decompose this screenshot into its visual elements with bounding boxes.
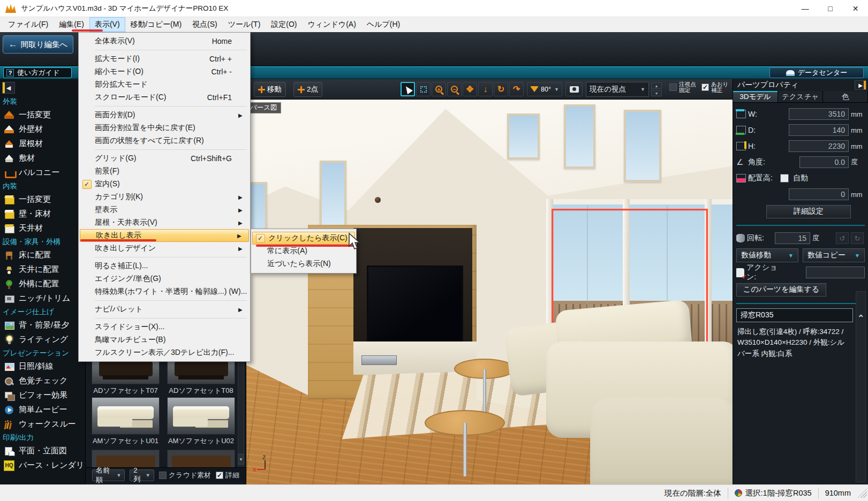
zoom-out-button[interactable]: − [447, 82, 462, 96]
detail-checkbox[interactable]: ✓ 詳細 [216, 470, 239, 480]
view-menu-item[interactable]: 前景(F) [79, 165, 250, 178]
datacenter-button[interactable]: データセンター [769, 67, 864, 78]
view-menu-item[interactable]: カテゴリ別(K)▶ [79, 191, 250, 203]
sidebar-collapse-button[interactable]: ◀ [2, 82, 15, 94]
height-input[interactable]: 2230 [789, 140, 849, 152]
tilt-tool-button[interactable]: ↷ [509, 82, 524, 96]
part-name-field[interactable]: 掃窓R035 [736, 308, 853, 322]
menubar-item-視点(S)[interactable]: 視点(S) [187, 17, 223, 32]
palette-item-thumbnail[interactable] [92, 397, 160, 435]
menubar-item-ツール(T)[interactable]: ツール(T) [223, 17, 266, 32]
sidebar-item-ceiling-material[interactable]: 天井材 [0, 221, 85, 236]
menubar-item-ウィンドウ(A)[interactable]: ウィンドウ(A) [303, 17, 361, 32]
panel-scrollbar[interactable] [856, 291, 866, 482]
view-menu-item[interactable]: 特殊効果(ホワイト・半透明・輪郭線...) (W)... [79, 285, 250, 298]
rotate-input[interactable]: 15 [775, 232, 810, 244]
minimize-button[interactable]: — [792, 0, 818, 17]
sidebar-item-ground-material[interactable]: 敷材 [0, 151, 85, 165]
3d-viewport[interactable]: 移動 2点 + − ✥ ↓ ↻ ↷ 80° ▼ 現在の視点 ▼ ▲▼ 注視点固定… [246, 79, 733, 484]
camera-move-button[interactable]: 移動 [254, 82, 286, 97]
cloud-material-checkbox[interactable]: クラウド素材 [159, 470, 211, 480]
view-menu-item[interactable]: 拡大モード(I)Ctrl+ + [79, 52, 250, 65]
view-menu-item[interactable]: 壁表示▶ [79, 203, 250, 216]
back-to-floorplan-button[interactable]: ← 間取り編集へ [3, 35, 73, 54]
palette-scrollbar[interactable] [238, 347, 244, 469]
palette-scroll-down-button[interactable]: ▼ [238, 454, 244, 465]
rotate-ccw-button[interactable]: ↺ [836, 232, 849, 244]
sidebar-item-exterior-wall[interactable]: 外壁材 [0, 122, 85, 136]
view-menu-item[interactable]: 縮小モード(O)Ctrl+ - [79, 65, 250, 78]
sidebar-item-color-check[interactable]: 色覚チェック [0, 374, 85, 388]
maximize-button[interactable]: □ [818, 0, 843, 17]
view-menu-item[interactable]: 全体表示(V)Home [79, 35, 250, 48]
sidebar-item-walkthrough[interactable]: ウォークスルー [0, 417, 85, 431]
sidebar-item-place-garden[interactable]: 外構に配置 [0, 277, 85, 291]
sidebar-item-interior-bulk[interactable]: 一括変更 [0, 192, 85, 207]
menubar-item-移動/コピー(M)[interactable]: 移動/コピー(M) [125, 17, 187, 32]
close-button[interactable]: ✕ [843, 0, 868, 17]
menubar-item-ファイル(F)[interactable]: ファイル(F) [3, 17, 54, 32]
sidebar-item-exterior-bulk[interactable]: 一括変更 [0, 108, 85, 122]
width-input[interactable]: 3510 [789, 108, 849, 120]
pan-tool-button[interactable]: ✥ [463, 82, 477, 96]
sidebar-item-wall-floor[interactable]: 壁・床材 [0, 207, 85, 221]
depth-input[interactable]: 140 [789, 124, 849, 136]
3d-scene[interactable]: パース図 z x [246, 100, 733, 484]
view-menu-item[interactable]: 画面の状態をすべて元に戻す(R) [79, 134, 250, 147]
sidebar-item-sunlight[interactable]: 日照/斜線 [0, 359, 85, 374]
detail-settings-button[interactable]: 詳細設定 [766, 205, 851, 218]
sidebar-item-render-hq[interactable]: パース・レンダリング [0, 458, 85, 473]
resize-grip[interactable] [857, 488, 867, 498]
viewpoint-dropdown[interactable]: 現在の視点 ▼ [586, 82, 649, 97]
palette-item-partial[interactable] [167, 450, 235, 469]
action-input[interactable] [806, 267, 865, 278]
submenu-item[interactable]: 近づいたら表示(N) [251, 257, 356, 270]
view-menu-item[interactable]: 屋根・天井表示(V)▶ [79, 216, 250, 229]
view-menu-item[interactable]: 画面分割位置を中央に戻す(E) [79, 122, 250, 134]
view-menu-item[interactable]: ナビ/パレット▶ [79, 303, 250, 316]
tab-テクスチャ[interactable]: テクスチャ [778, 91, 823, 102]
sidebar-item-place-ceiling[interactable]: 天井に配置 [0, 262, 85, 277]
sidebar-item-plan-elevation[interactable]: 平面・立面図 [0, 444, 85, 458]
menubar-item-設定(O)[interactable]: 設定(O) [266, 17, 302, 32]
tab-3Dモデル[interactable]: 3Dモデル [733, 91, 778, 102]
zoom-in-button[interactable]: + [432, 82, 446, 96]
view-menu-item[interactable]: 明るさ補正(L)... [79, 260, 250, 272]
sidebar-item-before-effect[interactable]: ビフォー効果 [0, 388, 85, 403]
two-point-button[interactable]: 2点 [293, 82, 322, 97]
tab-色[interactable]: 色 [823, 91, 868, 102]
sidebar-item-roof-material[interactable]: 屋根材 [0, 136, 85, 151]
sidebar-item-movie[interactable]: 簡単ムービー [0, 403, 85, 417]
tilt-correct-checkbox[interactable]: ✓ あおり補正 [701, 81, 728, 93]
sidebar-item-background[interactable]: 背・前景/昼夕 [0, 318, 85, 332]
orbit-tool-button[interactable]: ↻ [494, 82, 508, 96]
sidebar-item-niche-trim[interactable]: ニッチ/トリム [0, 291, 85, 306]
view-menu-item[interactable]: スクロールモード(C)Ctrl+F1 [79, 91, 250, 104]
view-menu-item[interactable]: エイジング/単色(G) [79, 272, 250, 285]
palette-item-thumbnail[interactable] [167, 397, 235, 435]
angle-input[interactable]: 0.0 [799, 156, 849, 168]
view-menu-item[interactable]: 鳥瞰マルチビュー(B) [79, 333, 250, 346]
view-menu-item[interactable]: フルスクリーン表示／3Dテレビ出力(F)... [79, 346, 250, 359]
numeric-move-dropdown[interactable]: 数値移動 ▼ [736, 248, 798, 262]
gaze-lock-checkbox[interactable]: 注視点固定 [669, 81, 696, 93]
sort-order-dropdown[interactable]: 名前順 ▼ [92, 469, 125, 481]
view-menu-item[interactable]: 画面分割(D)▶ [79, 109, 250, 122]
elevation-tool-button[interactable]: ↓ [478, 82, 493, 96]
edit-part-button[interactable]: このパーツを編集する [736, 283, 826, 297]
column-count-dropdown[interactable]: 2列 ▼ [130, 469, 154, 481]
auto-height-checkbox[interactable] [780, 174, 789, 183]
sidebar-item-lighting[interactable]: ライティング [0, 332, 85, 347]
sidebar-item-place-floor[interactable]: 床に配置 [0, 248, 85, 262]
view-menu-item[interactable]: 吹き出しデザイン▶ [79, 242, 250, 255]
select-tool-button[interactable] [401, 82, 415, 96]
view-menu-item[interactable]: グリッド(G)Ctrl+Shift+G [79, 152, 250, 165]
offset-input[interactable]: 0 [789, 188, 849, 200]
menubar-item-ヘルプ(H)[interactable]: ヘルプ(H) [361, 17, 405, 32]
rotate-cw-button[interactable]: ↻ [851, 232, 864, 244]
fit-view-button[interactable] [416, 82, 431, 96]
usage-guide-button[interactable]: ? 使い方ガイド [3, 67, 72, 78]
fov-dropdown[interactable]: 80° ▼ [527, 82, 562, 96]
view-menu-item[interactable]: 部分拡大モード [79, 78, 250, 91]
snapshot-button[interactable] [565, 82, 583, 96]
